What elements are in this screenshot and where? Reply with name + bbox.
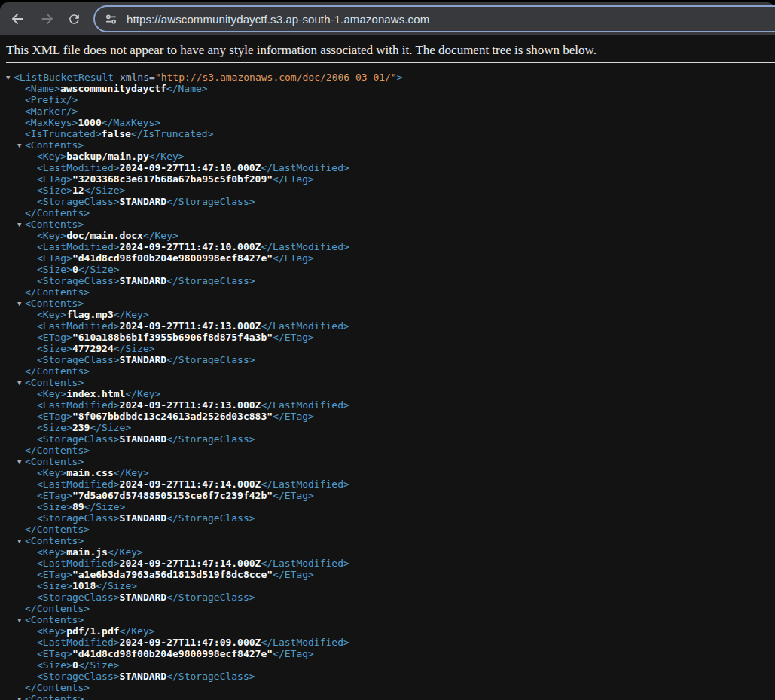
collapse-arrow-icon[interactable]: ▼ xyxy=(17,615,25,626)
xml-line: ▼<Contents> xyxy=(0,377,775,388)
xml-text-value: 2024-09-27T11:47:13.000Z xyxy=(120,399,261,411)
xml-tag: <MaxKeys> xyxy=(25,117,78,128)
xml-tag: <Contents> xyxy=(25,535,84,546)
xml-tag: </Size> xyxy=(84,185,126,196)
xml-line: <Marker/> xyxy=(0,105,775,117)
collapse-arrow-icon[interactable]: ▼ xyxy=(17,140,25,151)
xml-line: <ETag>"8f067bbdbdc13c24613ad2526d03c883"… xyxy=(0,411,775,422)
xml-tag: <Contents> xyxy=(25,693,84,700)
xml-text-value: 2024-09-27T11:47:14.000Z xyxy=(120,558,261,569)
xml-tag: <StorageClass> xyxy=(37,196,120,207)
xml-tag: <Contents> xyxy=(25,614,84,625)
xml-tag: <Key> xyxy=(37,151,66,162)
back-button[interactable] xyxy=(6,8,29,30)
xml-text-value: 2024-09-27T11:47:13.000Z xyxy=(120,320,261,332)
xml-text-value: STANDARD xyxy=(120,275,167,286)
xml-tag: <StorageClass> xyxy=(37,512,120,524)
collapse-arrow-icon[interactable]: ▼ xyxy=(6,72,14,84)
xml-attribute-name: xmlns= xyxy=(120,72,155,83)
forward-button[interactable] xyxy=(36,8,59,30)
xml-tag: <ETag> xyxy=(37,173,72,185)
collapse-arrow-icon[interactable]: ▼ xyxy=(17,457,25,468)
xml-text-value: "7d5a067d57488505153ce6f7c239f42b" xyxy=(72,490,273,501)
xml-tag: </Contents> xyxy=(25,207,90,219)
collapse-arrow-icon[interactable]: ▼ xyxy=(17,694,25,700)
xml-tag: </LastModified> xyxy=(261,558,349,569)
xml-line: <Key>backup/main.py</Key> xyxy=(0,151,775,162)
xml-tag: </MaxKeys> xyxy=(102,117,160,128)
xml-tree: ▼<ListBucketResult xmlns="http://s3.amaz… xyxy=(0,72,775,700)
xml-line: ▼<Contents> xyxy=(0,298,775,309)
url-bar[interactable]: https://awscommunitydayctf.s3.ap-south-1… xyxy=(93,5,775,32)
arrow-left-icon xyxy=(9,11,26,27)
xml-line: <StorageClass>STANDARD</StorageClass> xyxy=(0,354,775,365)
site-controls-icon[interactable] xyxy=(105,13,117,26)
xml-tag: </StorageClass> xyxy=(166,512,255,524)
xml-tag: </LastModified> xyxy=(261,637,349,648)
xml-line: <StorageClass>STANDARD</StorageClass> xyxy=(0,196,775,207)
xml-tag: </ETag> xyxy=(273,173,314,185)
xml-text-value: pdf/1.pdf xyxy=(66,625,119,637)
xml-text-value: 239 xyxy=(72,422,90,433)
xml-tag: <StorageClass> xyxy=(37,591,120,603)
xml-line: <Size>0</Size> xyxy=(0,659,775,671)
xml-tag: </Contents> xyxy=(25,365,90,377)
xml-tag: <ETag> xyxy=(37,648,72,659)
xml-tag: </Key> xyxy=(114,309,149,320)
xml-tag: <Size> xyxy=(37,343,72,354)
xml-line: <StorageClass>STANDARD</StorageClass> xyxy=(0,671,775,682)
xml-tag: </Size> xyxy=(114,343,155,354)
xml-tag: <StorageClass> xyxy=(37,275,120,286)
collapse-arrow-icon[interactable]: ▼ xyxy=(17,298,25,310)
xml-line: <Size>1018</Size> xyxy=(0,580,775,591)
xml-tag: </Key> xyxy=(114,467,149,478)
reload-button[interactable] xyxy=(63,8,85,30)
xml-text-value: main.css xyxy=(66,467,114,478)
collapse-arrow-icon[interactable]: ▼ xyxy=(17,219,25,231)
xml-tag: </ETag> xyxy=(273,411,314,422)
xml-line: ▼<Contents> xyxy=(0,219,775,230)
xml-tag: <Size> xyxy=(37,422,72,433)
xml-tag: </Size> xyxy=(90,422,131,433)
xml-line: <ETag>"7d5a067d57488505153ce6f7c239f42b"… xyxy=(0,490,775,501)
xml-tag: <Key> xyxy=(37,230,66,241)
xml-tag: <ETag> xyxy=(37,411,72,422)
xml-tag: <Size> xyxy=(37,185,72,196)
xml-tag: </StorageClass> xyxy=(166,591,255,603)
xml-tag: <Contents> xyxy=(25,219,84,230)
xml-line: <LastModified>2024-09-27T11:47:14.000Z</… xyxy=(0,478,775,490)
collapse-arrow-icon[interactable]: ▼ xyxy=(17,536,25,547)
xml-tag: <ListBucketResult xyxy=(14,72,120,83)
xml-text-value: "610a188b6b1f3955b6906f8d875f4a3b" xyxy=(72,332,273,343)
xml-tag: </Size> xyxy=(78,659,120,671)
xml-line: <ETag>"d41d8cd98f00b204e9800998ecf8427e"… xyxy=(0,252,775,264)
arrow-right-icon xyxy=(39,11,56,27)
xml-tag: <Size> xyxy=(37,501,72,512)
xml-text-value: main.js xyxy=(66,546,108,558)
xml-tag: <ETag> xyxy=(37,332,72,343)
collapse-arrow-icon[interactable]: ▼ xyxy=(17,378,25,389)
xml-tag: </ETag> xyxy=(273,332,314,343)
xml-text-value: 2024-09-27T11:47:10.000Z xyxy=(120,162,261,173)
xml-tag: </ETag> xyxy=(273,569,314,580)
xml-tag: </StorageClass> xyxy=(166,354,255,365)
xml-tag: </Key> xyxy=(120,625,155,637)
xml-tag: </Key> xyxy=(143,230,178,241)
xml-attribute-value: "http://s3.amazonaws.com/doc/2006-03-01/… xyxy=(155,72,397,83)
xml-line: <LastModified>2024-09-27T11:47:13.000Z</… xyxy=(0,320,775,332)
xml-tag: <LastModified> xyxy=(37,162,120,173)
xml-tag: </LastModified> xyxy=(261,241,349,252)
xml-tag: <Key> xyxy=(37,546,66,558)
xml-text-value: flag.mp3 xyxy=(66,309,114,320)
xml-text-value: "3203368c3e617b68a67ba95c5f0bf209" xyxy=(72,173,273,185)
xml-tag: <LastModified> xyxy=(37,399,120,411)
xml-text-value: "a1e6b3da7963a56d1813d519f8dc8cce" xyxy=(72,569,273,580)
xml-text-value: STANDARD xyxy=(120,196,167,207)
xml-line: <Key>flag.mp3</Key> xyxy=(0,309,775,320)
xml-tag: </Key> xyxy=(149,151,185,162)
xml-line: <IsTruncated>false</IsTruncated> xyxy=(0,128,775,139)
xml-tag: <Contents> xyxy=(25,456,84,467)
xml-line: ▼<Contents> xyxy=(0,456,775,467)
xml-line: <LastModified>2024-09-27T11:47:14.000Z</… xyxy=(0,558,775,569)
xml-tag: <Size> xyxy=(37,580,72,591)
